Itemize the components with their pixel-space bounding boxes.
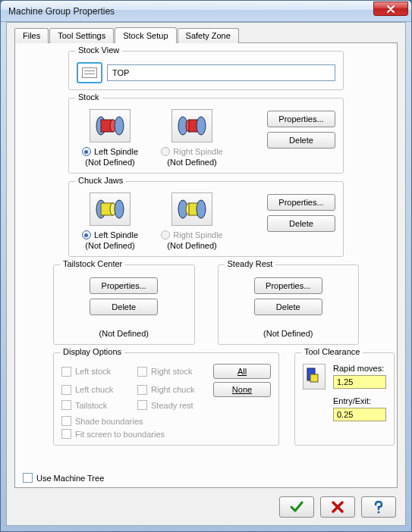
svg-point-11 [115, 200, 124, 218]
tailstock-properties-button[interactable]: Properties... [90, 277, 158, 294]
label-left-chuck: Left chuck [75, 385, 113, 394]
stock-left-spindle-radio[interactable] [82, 147, 91, 156]
stock-right-spindle-icon[interactable] [171, 109, 212, 142]
group-display-options: Display Options Left stock Right stock A… [53, 352, 279, 446]
ok-button[interactable] [279, 496, 314, 518]
tab-tool-settings[interactable]: Tool Settings [49, 28, 114, 43]
steady-delete-button[interactable]: Delete [254, 299, 322, 315]
group-stock: Stock Left Spindle (Not Defined) [68, 98, 344, 174]
group-title-chuck: Chuck Jaws [75, 176, 126, 185]
group-title-tailstock: Tailstock Center [60, 259, 125, 268]
label-fit: Fit screen to boundaries [75, 430, 165, 439]
group-stock-view: Stock View TOP [68, 51, 344, 90]
group-title-tool-clearance: Tool Clearance [301, 347, 363, 356]
svg-point-3 [115, 117, 124, 135]
chuck-properties-button[interactable]: Properties... [267, 194, 335, 211]
group-title-steady: Steady Rest [225, 259, 276, 268]
label-steady-rest: Steady rest [151, 401, 193, 410]
group-title-stock: Stock [75, 92, 102, 102]
chuck-right-spindle-icon[interactable] [171, 192, 212, 226]
titlebar: Machine Group Properties [1, 1, 411, 22]
chk-use-machine-tree[interactable] [23, 473, 33, 483]
group-title-stock-view: Stock View [75, 45, 122, 55]
display-all-button[interactable]: All [213, 364, 271, 379]
cancel-button[interactable] [320, 496, 355, 518]
chuck-right-spindle-label: Right Spindle [173, 230, 222, 239]
stock-delete-button[interactable]: Delete [267, 132, 335, 149]
entry-exit-label: Entry/Exit: [333, 396, 386, 405]
chuck-right-status: (Not Defined) [167, 241, 216, 250]
use-machine-tree-row: Use Machine Tree [23, 473, 104, 483]
stock-view-value: TOP [112, 68, 129, 77]
entry-exit-field[interactable]: 0.25 [333, 408, 386, 421]
tailstock-status: (Not Defined) [99, 329, 149, 338]
view-icon [82, 67, 97, 78]
steady-status: (Not Defined) [263, 329, 313, 338]
chk-steady-rest [137, 400, 147, 410]
label-shade: Shade boundaries [75, 417, 143, 426]
tailstock-delete-button[interactable]: Delete [90, 299, 158, 315]
tab-safety-zone[interactable]: Safety Zone [178, 28, 239, 43]
label-use-machine-tree: Use Machine Tree [36, 474, 104, 483]
chk-tailstock [61, 400, 71, 410]
stock-right-status: (Not Defined) [167, 158, 216, 167]
chk-shade-boundaries [61, 416, 71, 426]
chk-fit-screen [61, 429, 71, 439]
chuck-left-spindle-icon[interactable] [90, 192, 131, 226]
client-area: Files Tool Settings Stock Setup Safety Z… [6, 22, 406, 526]
label-right-stock: Right stock [151, 367, 192, 376]
window-title: Machine Group Properties [8, 6, 373, 17]
svg-rect-17 [310, 374, 318, 382]
tab-row: Files Tool Settings Stock Setup Safety Z… [14, 27, 398, 42]
stock-left-spindle-icon[interactable] [90, 109, 131, 142]
group-tool-clearance: Tool Clearance Rapid moves: 1.25 Entry/E… [294, 352, 395, 446]
rapid-moves-field[interactable]: 1.25 [333, 375, 386, 389]
group-chuck-jaws: Chuck Jaws Left Spindle (Not Defined) [68, 181, 344, 257]
group-title-display: Display Options [60, 347, 124, 356]
steady-properties-button[interactable]: Properties... [254, 277, 322, 294]
tab-stock-setup[interactable]: Stock Setup [115, 27, 176, 43]
label-right-chuck: Right chuck [151, 385, 194, 394]
chuck-left-spindle-label: Left Spindle [94, 230, 138, 239]
svg-point-7 [197, 117, 206, 135]
chk-left-chuck [61, 385, 71, 395]
tool-clearance-icon[interactable] [303, 364, 326, 390]
tab-files[interactable]: Files [14, 28, 49, 43]
stock-right-spindle-label: Right Spindle [173, 147, 222, 156]
dialog-window: Machine Group Properties Files Tool Sett… [0, 0, 412, 532]
select-view-button[interactable] [77, 62, 102, 83]
rapid-moves-label: Rapid moves: [333, 364, 386, 373]
chk-left-stock [61, 367, 71, 377]
stock-right-spindle-radio [161, 147, 170, 156]
svg-point-15 [197, 200, 206, 218]
group-tailstock: Tailstock Center Properties... Delete (N… [53, 264, 195, 345]
window-close-button[interactable] [373, 2, 408, 16]
display-none-button[interactable]: None [213, 382, 271, 397]
tab-panel-stock-setup: Stock View TOP Stock [14, 42, 398, 488]
footer-buttons [279, 496, 396, 518]
chuck-delete-button[interactable]: Delete [267, 215, 335, 232]
stock-properties-button[interactable]: Properties... [267, 111, 335, 127]
chk-right-chuck [137, 385, 147, 395]
label-left-stock: Left stock [75, 367, 111, 376]
chuck-right-spindle-radio [161, 230, 170, 239]
help-button[interactable] [361, 496, 396, 518]
chuck-left-status: (Not Defined) [85, 241, 134, 250]
stock-left-spindle-label: Left Spindle [94, 147, 138, 156]
stock-left-status: (Not Defined) [85, 158, 134, 167]
chuck-left-spindle-radio[interactable] [82, 230, 91, 239]
stock-view-field[interactable]: TOP [107, 64, 335, 81]
chk-right-stock [137, 367, 147, 377]
svg-point-18 [378, 512, 380, 514]
label-tailstock: Tailstock [75, 401, 107, 410]
group-steady-rest: Steady Rest Properties... Delete (Not De… [218, 264, 360, 345]
